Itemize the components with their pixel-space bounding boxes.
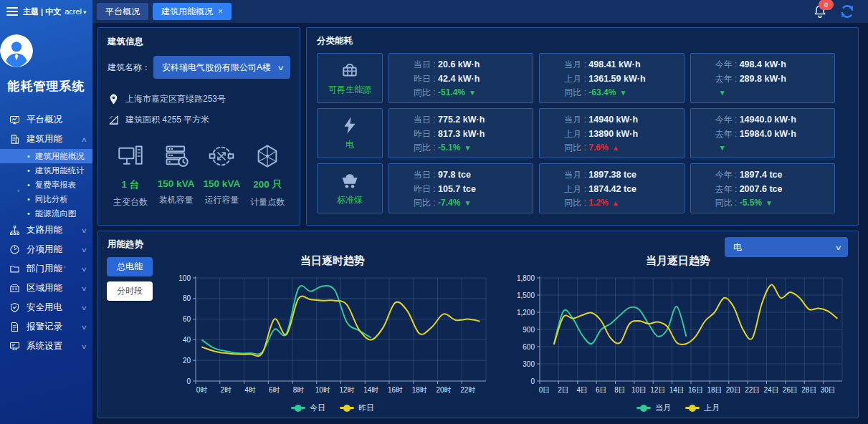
ratio-value: -63.4% bbox=[588, 87, 616, 97]
building-stat: 150 kVA运行容量 bbox=[199, 143, 245, 208]
sidebar: 主题 | 中文 acrel▾ 能耗管理系统 平台概况建筑用能∧•建筑用能概况•建… bbox=[0, 0, 92, 424]
ratio-value: -5.1% bbox=[438, 143, 460, 153]
building-info-panel: 建筑信息 建筑名称： 安科瑞电气股份有限公司A楼 ∨ 上海市嘉定区育绿路253号… bbox=[97, 27, 300, 226]
trend-down-triangle-icon: ▼ bbox=[464, 144, 471, 152]
category-type-cell: 可再生能源 bbox=[317, 53, 383, 103]
trend-button[interactable]: 分时段 bbox=[107, 281, 153, 301]
tab[interactable]: 平台概况 bbox=[97, 3, 148, 20]
sidebar-item[interactable]: 平台概况 bbox=[0, 110, 92, 130]
chart-canvas: 03006009001,2001,5001,8000日2日4日6日8日10日12… bbox=[507, 272, 849, 401]
legend-item[interactable]: 昨日 bbox=[340, 403, 374, 413]
svg-text:14时: 14时 bbox=[363, 386, 378, 394]
topbar: 平台概况建筑用能概况× 0 bbox=[92, 0, 868, 23]
trend-buttons: 总电能分时段 bbox=[107, 257, 153, 301]
legend-item[interactable]: 上月 bbox=[685, 403, 720, 413]
trend-button-label: 总电能 bbox=[117, 261, 143, 273]
stat-label: 计量点数 bbox=[244, 196, 290, 208]
sidebar-item-label: 支路用能 bbox=[27, 224, 82, 236]
stat-label: 装机容量 bbox=[153, 194, 199, 206]
svg-text:900: 900 bbox=[523, 326, 535, 334]
svg-text:2日: 2日 bbox=[558, 386, 569, 394]
sidebar-subitem[interactable]: •同比分析 bbox=[0, 192, 92, 206]
metric-value: 13890 kW·h bbox=[588, 129, 638, 139]
svg-text:40: 40 bbox=[182, 336, 191, 344]
metric-label: 上月 : bbox=[564, 74, 588, 84]
category-rows: 可再生能源当日 : 20.6 kW·h昨日 : 42.4 kW·h同比 : -5… bbox=[317, 53, 858, 213]
ratio-label: 同比 : bbox=[564, 87, 588, 97]
stat-value: 200 只 bbox=[244, 178, 290, 191]
metric-value: 42.4 kW·h bbox=[438, 74, 480, 84]
chevron-down-icon: ∨ bbox=[277, 64, 285, 72]
stat-value: 1 台 bbox=[108, 178, 153, 191]
category-row: 电当日 : 775.2 kW·h昨日 : 817.3 kW·h同比 : -5.1… bbox=[317, 108, 835, 158]
svg-text:8日: 8日 bbox=[614, 386, 626, 394]
building-select[interactable]: 安科瑞电气股份有限公司A楼 ∨ bbox=[153, 56, 290, 79]
trend-button[interactable]: 总电能 bbox=[107, 257, 153, 276]
trend-panel: 用能趋势 电 ∨ 总电能分时段 当日逐时趋势0204060801000时2时4时… bbox=[97, 231, 859, 418]
metric-value: 1897.4 tce bbox=[740, 170, 783, 180]
chevron-down-icon: ∨ bbox=[81, 285, 87, 292]
category-type-cell: 标准煤 bbox=[317, 163, 383, 213]
theme-language-switch[interactable]: 主题 | 中文 bbox=[23, 6, 61, 17]
sidebar-subitem-label: 能源流向图 bbox=[35, 208, 77, 219]
legend-item[interactable]: 当月 bbox=[636, 403, 671, 413]
sidebar-item-label: 安全用电 bbox=[27, 302, 82, 314]
metric-label: 当日 : bbox=[414, 115, 438, 125]
sidebar-item[interactable]: 安全用电∨ bbox=[0, 298, 92, 317]
category-card: 当月 : 498.41 kW·h上月 : 1361.59 kW·h同比 : -6… bbox=[539, 53, 684, 103]
sidebar-subitem-label: 复费率报表 bbox=[35, 180, 77, 191]
sidebar-item[interactable]: 建筑用能∧ bbox=[0, 130, 92, 149]
gauge-icon bbox=[9, 244, 20, 255]
sidebar-subitem[interactable]: •建筑用能概况 bbox=[0, 149, 92, 163]
ratio-value: 1.2% bbox=[588, 198, 608, 208]
bullet-icon: • bbox=[27, 180, 30, 189]
sidebar-item[interactable]: 支路用能∨ bbox=[0, 221, 92, 240]
notifications-button[interactable]: 0 bbox=[812, 4, 828, 19]
ratio-label: 同比 : bbox=[414, 87, 438, 97]
sidebar-subitem[interactable]: •复费率报表 bbox=[0, 178, 92, 192]
svg-text:4日: 4日 bbox=[577, 386, 588, 394]
metric-label: 今年 : bbox=[715, 115, 740, 125]
legend-item[interactable]: 今日 bbox=[291, 403, 325, 413]
close-icon[interactable]: × bbox=[218, 7, 223, 16]
metric-label: 去年 : bbox=[715, 184, 740, 194]
hamburger-menu-icon[interactable] bbox=[6, 7, 18, 16]
refresh-icon bbox=[839, 4, 855, 19]
sidebar-item[interactable]: 分项用能∨ bbox=[0, 240, 92, 259]
ratio-label: 同比 : bbox=[414, 198, 438, 208]
svg-text:20时: 20时 bbox=[436, 386, 451, 394]
chart-canvas: 0204060801000时2时4时6时8时10时12时14时16时18时20时… bbox=[170, 272, 496, 401]
chart-title: 当日逐时趋势 bbox=[300, 254, 365, 268]
ratio-label: 同比 : bbox=[715, 198, 740, 208]
chevron-down-icon: ∨ bbox=[834, 244, 842, 251]
sidebar-item[interactable]: 报警记录∨ bbox=[0, 317, 92, 337]
refresh-button[interactable] bbox=[839, 4, 855, 19]
category-card: 当日 : 775.2 kW·h昨日 : 817.3 kW·h同比 : -5.1%… bbox=[388, 108, 533, 158]
svg-text:26日: 26日 bbox=[783, 386, 798, 394]
ratio-label: 同比 : bbox=[564, 198, 588, 208]
ratio-label: 同比 : bbox=[564, 143, 588, 153]
sidebar-subitem-label: 建筑用能概况 bbox=[35, 151, 85, 162]
sidebar-subitem[interactable]: •建筑用能统计 bbox=[0, 163, 92, 178]
svg-text:22时: 22时 bbox=[460, 386, 475, 394]
user-menu[interactable]: acrel▾ bbox=[65, 7, 86, 16]
metric-value: 14940.0 kW·h bbox=[740, 115, 796, 125]
sidebar-item[interactable]: 区域用能∨ bbox=[0, 279, 92, 298]
tab[interactable]: 建筑用能概况× bbox=[153, 3, 232, 20]
branch-icon bbox=[9, 225, 20, 236]
sidebar-item[interactable]: 部门用能∨ bbox=[0, 259, 92, 279]
building-stats: 1 台主变台数150 kVA装机容量150 kVA运行容量200 只计量点数 bbox=[108, 143, 290, 208]
running-capacity-icon bbox=[209, 143, 234, 169]
sidebar-item-label: 分项用能 bbox=[27, 244, 82, 256]
app-title: 能耗管理系统 bbox=[0, 78, 92, 95]
sidebar-subitem[interactable]: •能源流向图 bbox=[0, 206, 92, 221]
sidebar-item[interactable]: 系统设置∨ bbox=[0, 337, 92, 356]
svg-text:12时: 12时 bbox=[339, 386, 354, 394]
metric-label: 上月 : bbox=[564, 184, 588, 194]
building-stat: 1 台主变台数 bbox=[108, 143, 153, 208]
metric-value: 817.3 kW·h bbox=[438, 129, 485, 139]
report-icon bbox=[9, 322, 20, 332]
metric-value: 498.4 kW·h bbox=[740, 59, 786, 69]
svg-text:0: 0 bbox=[530, 377, 535, 385]
legend-label: 昨日 bbox=[358, 403, 374, 413]
